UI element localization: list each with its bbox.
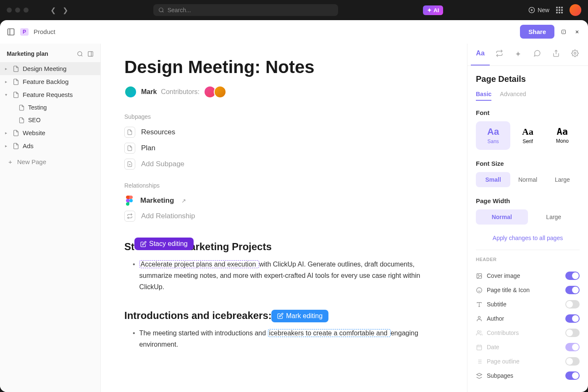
bullet-dot-icon: • — [133, 327, 135, 350]
tab-relationships[interactable] — [490, 44, 509, 65]
nav-back-icon[interactable]: ❮ — [50, 6, 56, 14]
titlebar-right: New — [528, 4, 581, 16]
chevron-right-icon[interactable]: ▸ — [5, 131, 9, 135]
highlighted-text[interactable]: icebreakers to create a comfortable and — [268, 329, 391, 337]
search-input[interactable]: Search... — [153, 4, 338, 16]
author-avatar[interactable] — [124, 86, 137, 98]
editing-indicator-stacy: Stacy editing — [134, 238, 194, 250]
search-icon[interactable] — [77, 51, 83, 57]
expand-icon[interactable] — [559, 28, 568, 36]
tab-share[interactable] — [547, 44, 566, 65]
maximize-window[interactable] — [24, 8, 29, 13]
apply-all-link[interactable]: Apply changes to all pages — [476, 235, 580, 241]
page-title[interactable]: Design Meeting: Notes — [124, 57, 444, 77]
font-option-mono[interactable]: AaMono — [545, 121, 580, 150]
tab-settings[interactable] — [566, 44, 585, 65]
list-icon — [476, 358, 483, 365]
size-large[interactable]: Large — [545, 172, 580, 187]
width-options: Normal Large — [476, 209, 580, 225]
tab-typography[interactable]: Aa — [471, 44, 490, 65]
size-normal[interactable]: Normal — [510, 172, 545, 187]
font-option-serif[interactable]: AaSerif — [510, 121, 545, 150]
toggle-page-outline: Page outline — [476, 354, 580, 368]
chevron-right-icon[interactable]: ▸ — [5, 66, 9, 71]
sidebar-item-feature-requests[interactable]: ▾ Feature Requests — [0, 88, 100, 101]
panel-icon[interactable] — [87, 51, 94, 57]
subpage-label: Resources — [141, 128, 175, 136]
sidebar-item-testing[interactable]: Testing — [0, 101, 100, 114]
content-area[interactable]: Design Meeting: Notes Mark Contributors:… — [101, 44, 467, 392]
svg-line-1 — [162, 11, 163, 13]
font-label: Font — [476, 109, 580, 116]
window-controls — [7, 8, 29, 13]
sidebar-item-feature-backlog[interactable]: ▸ Feature Backlog — [0, 75, 100, 88]
sidebar-toggle-icon[interactable] — [7, 28, 15, 36]
close-window[interactable] — [7, 8, 12, 13]
chevron-right-icon[interactable]: ▸ — [5, 144, 9, 148]
bullet-item[interactable]: • Accelerate project plans and execution… — [124, 259, 444, 293]
sidebar-item-seo[interactable]: SEO — [0, 114, 100, 126]
ai-button[interactable]: ✦ AI — [423, 5, 443, 15]
font-size-options: Small Normal Large — [476, 172, 580, 187]
document-icon — [124, 143, 135, 154]
font-option-sans[interactable]: AaSans — [476, 121, 510, 150]
minimize-window[interactable] — [15, 8, 20, 13]
contributor-avatars[interactable] — [204, 86, 226, 98]
tab-advanced[interactable]: Advanced — [500, 91, 526, 101]
page-width-label: Page Width — [476, 197, 580, 204]
close-icon[interactable] — [573, 28, 581, 36]
chevron-right-icon[interactable]: ▸ — [5, 79, 9, 84]
toggle-switch[interactable] — [565, 371, 580, 380]
bullet-item[interactable]: • The meeting started with introductions… — [124, 327, 444, 350]
share-button[interactable]: Share — [520, 25, 554, 39]
document-icon — [13, 130, 19, 136]
user-avatar[interactable] — [570, 4, 581, 16]
sidebar-item-website[interactable]: ▸ Website — [0, 126, 100, 139]
new-page-button[interactable]: + New Page — [0, 152, 100, 171]
workspace-name[interactable]: Product — [34, 28, 55, 35]
nav-forward-icon[interactable]: ❯ — [63, 6, 68, 14]
divider — [476, 250, 580, 250]
subpage-plan[interactable]: Plan — [124, 140, 444, 156]
sidebar-item-ads[interactable]: ▸ Ads — [0, 139, 100, 152]
highlighted-text[interactable]: Accelerate project plans and execution — [139, 260, 259, 268]
tab-comments[interactable] — [528, 44, 547, 65]
toggle-switch[interactable] — [565, 343, 580, 351]
contributors-label: Contributors: — [161, 88, 200, 96]
users-icon — [476, 330, 483, 336]
svg-rect-12 — [88, 51, 93, 56]
width-large[interactable]: Large — [528, 209, 580, 225]
author-name: Mark — [141, 88, 157, 96]
sub-tabs: Basic Advanced — [476, 91, 580, 101]
svg-marker-34 — [477, 373, 482, 376]
add-subpage-button[interactable]: Add Subpage — [124, 156, 444, 172]
toggle-switch[interactable] — [565, 329, 580, 337]
toggle-switch[interactable] — [565, 314, 580, 323]
toggle-switch[interactable] — [565, 286, 580, 294]
tab-basic[interactable]: Basic — [476, 91, 491, 101]
width-normal[interactable]: Normal — [476, 209, 528, 225]
search-icon — [158, 7, 164, 13]
relationship-label: Marketing — [140, 196, 174, 205]
toggle-switch[interactable] — [565, 357, 580, 366]
apps-icon[interactable] — [556, 7, 563, 13]
tab-ai[interactable]: ✦ — [509, 44, 528, 65]
add-subpage-label: Add Subpage — [141, 160, 184, 168]
size-small[interactable]: Small — [476, 172, 510, 187]
toggle-switch[interactable] — [565, 272, 580, 280]
smile-icon — [476, 287, 483, 293]
app-header: P Product Share — [0, 20, 588, 44]
contributor-avatar[interactable] — [214, 86, 226, 98]
layers-icon — [476, 373, 483, 379]
titlebar: ❮ ❯ Search... ✦ AI New — [0, 0, 588, 20]
heading-marketing-projects[interactable]: St Stacy editing reamline Marketing Proj… — [124, 241, 444, 253]
chevron-down-icon[interactable]: ▾ — [5, 92, 9, 97]
subpage-resources[interactable]: Resources — [124, 124, 444, 140]
add-relationship-button[interactable]: Add Relationship — [124, 208, 444, 224]
sidebar-item-design-meeting[interactable]: ▸ Design Meeting — [0, 62, 100, 75]
new-button[interactable]: New — [528, 7, 549, 13]
toggle-switch[interactable] — [565, 300, 580, 308]
body-text[interactable]: The meeting started with introductions a… — [139, 329, 268, 337]
relationship-marketing[interactable]: Marketing ↗ — [124, 193, 444, 208]
font-size-label: Font Size — [476, 160, 580, 167]
